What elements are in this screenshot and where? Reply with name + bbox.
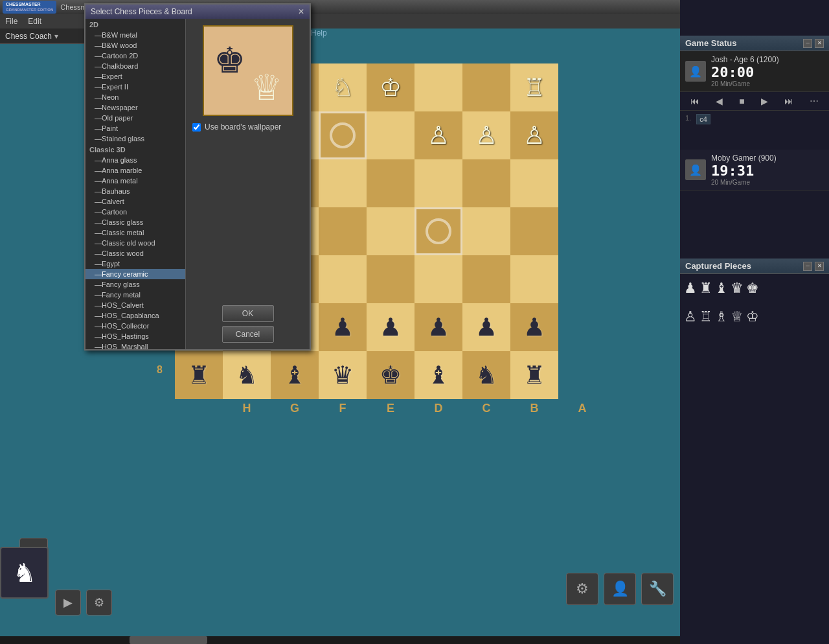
board-cell[interactable] (462, 159, 510, 207)
list-item-paint[interactable]: —Paint (85, 123, 185, 133)
stop-btn[interactable]: ■ (736, 95, 747, 108)
board-cell[interactable] (510, 207, 558, 255)
list-item-egypt[interactable]: —Egypt (85, 259, 185, 269)
list-item-cartoon[interactable]: —Cartoon (85, 207, 185, 217)
board-cell[interactable]: ♜ (175, 351, 223, 399)
board-cell[interactable] (319, 255, 367, 303)
board-cell[interactable]: ♟ (367, 303, 414, 351)
list-item-old-paper[interactable]: —Old paper (85, 113, 185, 123)
captured-black-piece-2: ♖ (699, 308, 712, 325)
board-cell[interactable]: ♞ (462, 351, 510, 399)
board-cell[interactable] (462, 255, 510, 303)
first-move-btn[interactable]: ⏮ (688, 95, 702, 108)
board-cell[interactable]: ♜ (510, 351, 558, 399)
cancel-button[interactable]: Cancel (222, 326, 274, 343)
board-cell[interactable] (414, 255, 462, 303)
board-cell[interactable]: ♙ (462, 111, 510, 159)
list-item-anna-glass[interactable]: —Anna glass (85, 155, 185, 165)
col-label-c: C (462, 399, 510, 415)
play-button[interactable]: ▶ (55, 590, 81, 615)
board-cell[interactable] (367, 207, 414, 255)
profile-button[interactable]: 👤 (604, 573, 636, 605)
board-cell[interactable]: ♟ (319, 303, 367, 351)
list-item-bauhaus[interactable]: —Bauhaus (85, 186, 185, 196)
board-cell[interactable]: ♙ (414, 111, 462, 159)
board-cell-with-pawn[interactable] (414, 207, 462, 255)
board-cell[interactable]: ♔ (367, 63, 414, 111)
board-cell-selected[interactable] (319, 111, 367, 159)
list-item-calvert[interactable]: —Calvert (85, 196, 185, 207)
dialog-close-icon[interactable]: ✕ (298, 7, 304, 16)
board-cell[interactable]: ♛ (319, 351, 367, 399)
list-item-classic-glass[interactable]: —Classic glass (85, 217, 185, 227)
list-item-classic-wood[interactable]: —Classic wood (85, 248, 185, 259)
dialog-title-bar[interactable]: Select Chess Pieces & Board ✕ (85, 5, 310, 19)
last-move-btn[interactable]: ⏭ (782, 95, 796, 108)
captured-minimize-btn[interactable]: ─ (803, 262, 812, 271)
board-cell[interactable]: ♝ (271, 351, 319, 399)
wallpaper-checkbox[interactable] (192, 123, 201, 132)
board-cell[interactable]: ♟ (414, 303, 462, 351)
extra-button[interactable]: 🔧 (641, 573, 674, 605)
list-item-fancy-ceramic[interactable]: —Fancy ceramic (85, 269, 185, 279)
list-item-fancy-glass[interactable]: —Fancy glass (85, 279, 185, 290)
help-link[interactable]: Help (311, 29, 327, 38)
board-cell[interactable] (462, 207, 510, 255)
list-item-bw-metal[interactable]: —B&W metal (85, 30, 185, 40)
captured-white-piece-2: ♜ (699, 280, 712, 297)
list-item-anna-marble[interactable]: —Anna marble (85, 165, 185, 176)
piece-style-list[interactable]: 2D —B&W metal —B&W wood —Cartoon 2D —Cha… (85, 19, 186, 349)
list-item-chalkboard[interactable]: —Chalkboard (85, 61, 185, 71)
file-menu[interactable]: File (5, 17, 17, 26)
panel-minimize-btn[interactable]: ─ (803, 39, 812, 48)
board-cell[interactable] (367, 111, 414, 159)
list-item-classic-old-wood[interactable]: —Classic old wood (85, 238, 185, 248)
board-cell[interactable] (462, 63, 510, 111)
chess-coach-bar[interactable]: Chess Coach (0, 29, 84, 44)
board-cell[interactable]: ♟ (462, 303, 510, 351)
panel-close-btn[interactable]: ✕ (815, 39, 824, 48)
board-cell[interactable]: ♚ (367, 351, 414, 399)
wallpaper-label[interactable]: Use board's wallpaper (205, 122, 281, 132)
board-cell[interactable] (319, 159, 367, 207)
list-item-newspaper[interactable]: —Newspaper (85, 102, 185, 113)
list-item-anna-metal[interactable]: —Anna metal (85, 176, 185, 186)
board-cell[interactable]: ♘ (319, 63, 367, 111)
list-item-expert[interactable]: —Expert (85, 71, 185, 82)
edit-menu[interactable]: Edit (28, 17, 41, 26)
board-cell[interactable]: ♝ (414, 351, 462, 399)
list-item-fancy-metal[interactable]: —Fancy metal (85, 290, 185, 300)
list-item-hos-capablanca[interactable]: —HOS_Capablanca (85, 310, 185, 321)
board-cell[interactable] (367, 159, 414, 207)
board-cell[interactable]: ♙ (510, 111, 558, 159)
list-item-stained-glass[interactable]: —Stained glass (85, 133, 185, 144)
board-cell[interactable] (414, 63, 462, 111)
board-cell[interactable] (510, 159, 558, 207)
next-move-btn[interactable]: ▶ (758, 95, 771, 108)
list-item-hos-collector[interactable]: —HOS_Collector (85, 321, 185, 331)
list-item-hos-hastings[interactable]: —HOS_Hastings (85, 331, 185, 341)
list-item-hos-calvert[interactable]: —HOS_Calvert (85, 300, 185, 310)
board-cell[interactable] (510, 255, 558, 303)
board-cell[interactable]: ♞ (223, 351, 271, 399)
settings-button[interactable]: ⚙ (86, 590, 112, 615)
list-item-expert-ii[interactable]: —Expert II (85, 82, 185, 92)
board-cell[interactable] (319, 207, 367, 255)
move-value-1[interactable]: c4 (696, 114, 710, 124)
board-settings-button[interactable]: ⚙ (566, 573, 598, 605)
board-cell[interactable] (367, 255, 414, 303)
prev-move-btn[interactable]: ◀ (713, 95, 725, 108)
list-item-neon[interactable]: —Neon (85, 92, 185, 102)
board-cell[interactable] (414, 159, 462, 207)
list-item-cartoon-2d[interactable]: —Cartoon 2D (85, 51, 185, 61)
list-item-classic-metal[interactable]: —Classic metal (85, 227, 185, 238)
captured-close-btn[interactable]: ✕ (815, 262, 824, 271)
scroll-thumb[interactable] (130, 636, 207, 644)
board-cell[interactable]: ♖ (510, 63, 558, 111)
list-item-bw-wood[interactable]: —B&W wood (85, 40, 185, 51)
col-label-e: E (367, 399, 414, 415)
ok-button[interactable]: OK (222, 305, 274, 322)
board-cell[interactable]: ♟ (510, 303, 558, 351)
extra-ctrl-btn[interactable]: ⋯ (807, 95, 821, 108)
list-item-hos-marshall[interactable]: —HOS_Marshall (85, 341, 185, 349)
